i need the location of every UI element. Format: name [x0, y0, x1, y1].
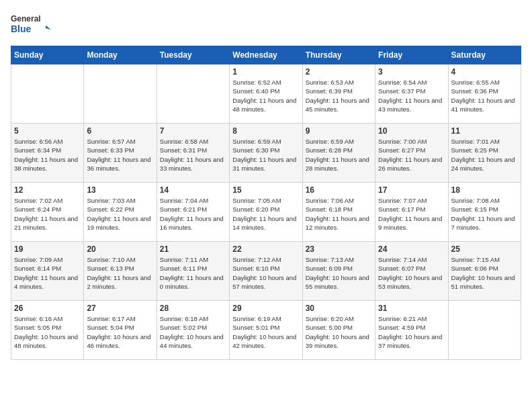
- day-info: Sunrise: 7:09 AM Sunset: 6:14 PM Dayligh…: [14, 255, 81, 291]
- day-number: 1: [232, 67, 299, 77]
- day-info: Sunrise: 7:03 AM Sunset: 6:22 PM Dayligh…: [87, 196, 153, 232]
- day-info: Sunrise: 6:19 AM Sunset: 5:01 PM Dayligh…: [232, 314, 299, 350]
- day-info: Sunrise: 7:01 AM Sunset: 6:25 PM Dayligh…: [451, 137, 518, 173]
- day-number: 22: [232, 244, 299, 254]
- calendar-cell: 15Sunrise: 7:05 AM Sunset: 6:20 PM Dayli…: [230, 183, 302, 242]
- calendar-cell: 20Sunrise: 7:10 AM Sunset: 6:13 PM Dayli…: [84, 242, 157, 301]
- weekday-header-wednesday: Wednesday: [230, 46, 302, 64]
- day-number: 21: [160, 244, 226, 254]
- day-info: Sunrise: 7:08 AM Sunset: 6:15 PM Dayligh…: [451, 196, 518, 232]
- day-number: 17: [378, 185, 445, 195]
- calendar-cell: 12Sunrise: 7:02 AM Sunset: 6:24 PM Dayli…: [11, 183, 84, 242]
- calendar-cell: 21Sunrise: 7:11 AM Sunset: 6:11 PM Dayli…: [157, 242, 229, 301]
- day-number: 16: [306, 185, 372, 195]
- calendar-week-2: 5Sunrise: 6:56 AM Sunset: 6:34 PM Daylig…: [11, 124, 521, 183]
- calendar-cell: [11, 64, 84, 124]
- day-info: Sunrise: 6:20 AM Sunset: 5:00 PM Dayligh…: [306, 314, 372, 350]
- calendar-cell: 31Sunrise: 6:21 AM Sunset: 4:59 PM Dayli…: [375, 301, 448, 360]
- day-info: Sunrise: 6:16 AM Sunset: 5:05 PM Dayligh…: [14, 314, 81, 350]
- weekday-header-friday: Friday: [375, 46, 448, 64]
- calendar-cell: 5Sunrise: 6:56 AM Sunset: 6:34 PM Daylig…: [11, 124, 84, 183]
- day-info: Sunrise: 7:11 AM Sunset: 6:11 PM Dayligh…: [160, 255, 226, 291]
- day-number: 23: [306, 244, 372, 254]
- day-info: Sunrise: 7:02 AM Sunset: 6:24 PM Dayligh…: [14, 196, 81, 232]
- calendar-cell: 14Sunrise: 7:04 AM Sunset: 6:21 PM Dayli…: [157, 183, 229, 242]
- calendar-cell: 19Sunrise: 7:09 AM Sunset: 6:14 PM Dayli…: [11, 242, 84, 301]
- calendar-cell: 28Sunrise: 6:18 AM Sunset: 5:02 PM Dayli…: [157, 301, 229, 360]
- day-info: Sunrise: 7:07 AM Sunset: 6:17 PM Dayligh…: [378, 196, 445, 232]
- calendar-cell: 17Sunrise: 7:07 AM Sunset: 6:17 PM Dayli…: [375, 183, 448, 242]
- day-info: Sunrise: 6:54 AM Sunset: 6:37 PM Dayligh…: [378, 78, 445, 113]
- day-info: Sunrise: 6:53 AM Sunset: 6:39 PM Dayligh…: [306, 78, 372, 113]
- day-info: Sunrise: 7:00 AM Sunset: 6:27 PM Dayligh…: [378, 137, 445, 173]
- day-info: Sunrise: 6:55 AM Sunset: 6:36 PM Dayligh…: [451, 78, 518, 113]
- calendar-cell: 8Sunrise: 6:59 AM Sunset: 6:30 PM Daylig…: [230, 124, 302, 183]
- day-info: Sunrise: 6:17 AM Sunset: 5:04 PM Dayligh…: [87, 314, 153, 350]
- day-info: Sunrise: 6:59 AM Sunset: 6:30 PM Dayligh…: [232, 137, 299, 173]
- calendar-cell: 24Sunrise: 7:14 AM Sunset: 6:07 PM Dayli…: [375, 242, 448, 301]
- weekday-header-tuesday: Tuesday: [157, 46, 229, 64]
- day-info: Sunrise: 7:13 AM Sunset: 6:09 PM Dayligh…: [306, 255, 372, 291]
- weekday-header-sunday: Sunday: [11, 46, 84, 64]
- day-info: Sunrise: 7:12 AM Sunset: 6:10 PM Dayligh…: [232, 255, 299, 291]
- day-number: 3: [378, 67, 445, 77]
- day-info: Sunrise: 7:06 AM Sunset: 6:18 PM Dayligh…: [306, 196, 372, 232]
- calendar-cell: 29Sunrise: 6:19 AM Sunset: 5:01 PM Dayli…: [230, 301, 302, 360]
- day-number: 25: [451, 244, 518, 254]
- calendar-cell: 16Sunrise: 7:06 AM Sunset: 6:18 PM Dayli…: [302, 183, 375, 242]
- calendar-cell: [84, 64, 157, 124]
- logo-svg: General Blue: [11, 11, 51, 38]
- calendar-cell: 1Sunrise: 6:52 AM Sunset: 6:40 PM Daylig…: [230, 64, 302, 124]
- day-info: Sunrise: 6:57 AM Sunset: 6:33 PM Dayligh…: [87, 137, 153, 173]
- svg-marker-2: [46, 26, 51, 30]
- calendar-week-3: 12Sunrise: 7:02 AM Sunset: 6:24 PM Dayli…: [11, 183, 521, 242]
- day-number: 12: [14, 185, 81, 195]
- page-header: General Blue: [11, 11, 521, 38]
- calendar-week-5: 26Sunrise: 6:16 AM Sunset: 5:05 PM Dayli…: [11, 301, 521, 360]
- day-info: Sunrise: 7:04 AM Sunset: 6:21 PM Dayligh…: [160, 196, 226, 232]
- day-number: 7: [160, 126, 226, 136]
- calendar-cell: 13Sunrise: 7:03 AM Sunset: 6:22 PM Dayli…: [84, 183, 157, 242]
- day-info: Sunrise: 6:18 AM Sunset: 5:02 PM Dayligh…: [160, 314, 226, 350]
- day-number: 18: [451, 185, 518, 195]
- day-number: 31: [378, 304, 445, 313]
- day-number: 28: [160, 304, 226, 313]
- calendar-cell: [157, 64, 229, 124]
- day-number: 4: [451, 67, 518, 77]
- day-info: Sunrise: 6:52 AM Sunset: 6:40 PM Dayligh…: [232, 78, 299, 113]
- day-info: Sunrise: 6:21 AM Sunset: 4:59 PM Dayligh…: [378, 314, 445, 350]
- weekday-header-monday: Monday: [84, 46, 157, 64]
- calendar-cell: 11Sunrise: 7:01 AM Sunset: 6:25 PM Dayli…: [448, 124, 521, 183]
- calendar-week-4: 19Sunrise: 7:09 AM Sunset: 6:14 PM Dayli…: [11, 242, 521, 301]
- calendar-cell: 6Sunrise: 6:57 AM Sunset: 6:33 PM Daylig…: [84, 124, 157, 183]
- day-number: 19: [14, 244, 81, 254]
- day-number: 27: [87, 304, 153, 313]
- day-info: Sunrise: 7:14 AM Sunset: 6:07 PM Dayligh…: [378, 255, 445, 291]
- logo: General Blue: [11, 11, 51, 38]
- calendar-cell: 3Sunrise: 6:54 AM Sunset: 6:37 PM Daylig…: [375, 64, 448, 124]
- day-number: 5: [14, 126, 81, 136]
- day-number: 24: [378, 244, 445, 254]
- day-number: 10: [378, 126, 445, 136]
- day-number: 26: [14, 304, 81, 313]
- day-number: 20: [87, 244, 153, 254]
- calendar-cell: 25Sunrise: 7:15 AM Sunset: 6:06 PM Dayli…: [448, 242, 521, 301]
- calendar-cell: 23Sunrise: 7:13 AM Sunset: 6:09 PM Dayli…: [302, 242, 375, 301]
- day-info: Sunrise: 6:56 AM Sunset: 6:34 PM Dayligh…: [14, 137, 81, 173]
- calendar-cell: 9Sunrise: 6:59 AM Sunset: 6:28 PM Daylig…: [302, 124, 375, 183]
- day-info: Sunrise: 7:05 AM Sunset: 6:20 PM Dayligh…: [232, 196, 299, 232]
- calendar-cell: 30Sunrise: 6:20 AM Sunset: 5:00 PM Dayli…: [302, 301, 375, 360]
- day-number: 2: [306, 67, 372, 77]
- calendar-cell: 10Sunrise: 7:00 AM Sunset: 6:27 PM Dayli…: [375, 124, 448, 183]
- day-number: 8: [232, 126, 299, 136]
- day-info: Sunrise: 7:10 AM Sunset: 6:13 PM Dayligh…: [87, 255, 153, 291]
- calendar-cell: 26Sunrise: 6:16 AM Sunset: 5:05 PM Dayli…: [11, 301, 84, 360]
- calendar-cell: 4Sunrise: 6:55 AM Sunset: 6:36 PM Daylig…: [448, 64, 521, 124]
- day-info: Sunrise: 6:58 AM Sunset: 6:31 PM Dayligh…: [160, 137, 226, 173]
- weekday-header-thursday: Thursday: [302, 46, 375, 64]
- calendar-week-1: 1Sunrise: 6:52 AM Sunset: 6:40 PM Daylig…: [11, 64, 521, 124]
- calendar-cell: [448, 301, 521, 360]
- day-number: 29: [232, 304, 299, 313]
- day-number: 15: [232, 185, 299, 195]
- day-number: 6: [87, 126, 153, 136]
